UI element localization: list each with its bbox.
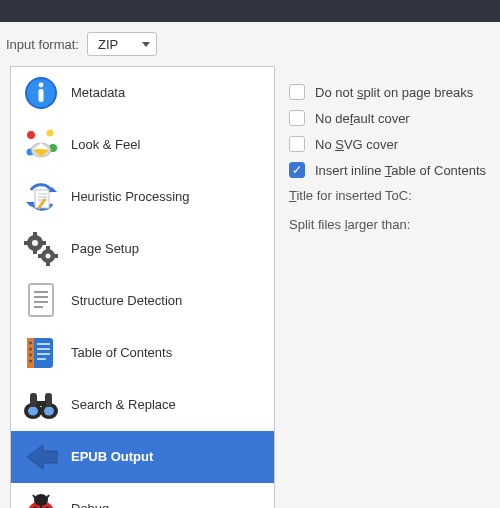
options-panel: Do not split on page breaks No default c… xyxy=(285,66,500,246)
ladybug-icon xyxy=(21,489,61,508)
document-lines-icon xyxy=(21,281,61,321)
svg-rect-18 xyxy=(33,232,37,236)
svg-point-37 xyxy=(29,354,32,357)
svg-line-57 xyxy=(46,495,49,499)
svg-rect-49 xyxy=(36,401,46,406)
svg-rect-48 xyxy=(45,393,52,407)
svg-rect-39 xyxy=(37,343,50,345)
sidebar-item-look-feel[interactable]: Look & Feel xyxy=(11,119,274,171)
svg-rect-40 xyxy=(37,348,50,350)
svg-rect-42 xyxy=(37,358,46,360)
svg-point-5 xyxy=(47,130,54,137)
sidebar-item-metadata[interactable]: Metadata xyxy=(11,67,274,119)
wand-refresh-icon xyxy=(21,177,61,217)
book-toc-icon xyxy=(21,333,61,373)
svg-point-46 xyxy=(44,407,54,416)
sidebar-item-label: Structure Detection xyxy=(71,293,182,309)
svg-point-36 xyxy=(29,348,32,351)
paint-bucket-icon xyxy=(21,125,61,165)
svg-point-4 xyxy=(27,131,35,139)
sidebar-item-search-replace[interactable]: Search & Replace xyxy=(11,379,274,431)
binoculars-icon xyxy=(21,385,61,425)
sidebar-item-label: Page Setup xyxy=(71,241,139,257)
checkbox-label: Do not split on page breaks xyxy=(315,85,473,100)
sidebar-item-debug[interactable]: Debug xyxy=(11,483,274,508)
sidebar-item-label: Search & Replace xyxy=(71,397,176,413)
svg-point-2 xyxy=(39,83,44,88)
checkbox-row-no-svg-cover[interactable]: No SVG cover xyxy=(289,136,494,152)
checkbox-no-default-cover[interactable] xyxy=(289,110,305,126)
checkbox-row-no-split[interactable]: Do not split on page breaks xyxy=(289,84,494,100)
gears-icon xyxy=(21,229,61,269)
checkbox-row-no-default-cover[interactable]: No default cover xyxy=(289,110,494,126)
title-for-toc-label: Title for inserted ToC: xyxy=(289,188,494,203)
sidebar-item-heuristic[interactable]: Heuristic Processing xyxy=(11,171,274,223)
checkbox-row-insert-toc[interactable]: Insert inline Table of Contents xyxy=(289,162,494,178)
checkbox-label: No SVG cover xyxy=(315,137,398,152)
svg-rect-21 xyxy=(42,241,46,245)
input-format-row: Input format: ZIP xyxy=(0,22,500,66)
split-files-label: Split files larger than: xyxy=(289,217,494,232)
svg-rect-3 xyxy=(39,89,44,102)
svg-line-56 xyxy=(33,495,36,499)
sidebar-item-label: Table of Contents xyxy=(71,345,172,361)
sidebar-item-label: Metadata xyxy=(71,85,125,101)
svg-rect-41 xyxy=(37,353,50,355)
sidebar-item-label: EPUB Output xyxy=(71,449,153,465)
checkbox-no-svg-cover[interactable] xyxy=(289,136,305,152)
svg-rect-25 xyxy=(46,262,50,266)
sidebar-item-structure-detection[interactable]: Structure Detection xyxy=(11,275,274,327)
svg-rect-20 xyxy=(24,241,28,245)
svg-point-17 xyxy=(32,240,38,246)
checkbox-label: No default cover xyxy=(315,111,410,126)
settings-sidebar: Metadata Look & Feel xyxy=(10,66,275,508)
svg-rect-24 xyxy=(46,246,50,250)
svg-point-45 xyxy=(28,407,38,416)
svg-rect-47 xyxy=(30,393,37,407)
sidebar-item-toc[interactable]: Table of Contents xyxy=(11,327,274,379)
svg-rect-19 xyxy=(33,250,37,254)
checkbox-no-split[interactable] xyxy=(289,84,305,100)
input-format-select[interactable]: ZIP xyxy=(87,32,157,56)
sidebar-item-page-setup[interactable]: Page Setup xyxy=(11,223,274,275)
checkbox-label: Insert inline Table of Contents xyxy=(315,163,486,178)
sidebar-item-label: Heuristic Processing xyxy=(71,189,190,205)
sidebar-item-label: Debug xyxy=(71,501,109,508)
window-titlebar xyxy=(0,0,500,22)
svg-rect-26 xyxy=(38,254,42,258)
svg-rect-27 xyxy=(54,254,58,258)
sidebar-item-epub-output[interactable]: EPUB Output xyxy=(11,431,274,483)
svg-point-38 xyxy=(29,360,32,363)
info-icon xyxy=(21,73,61,113)
arrow-left-icon xyxy=(21,437,61,477)
input-format-label: Input format: xyxy=(6,37,79,52)
checkbox-insert-toc[interactable] xyxy=(289,162,305,178)
chevron-down-icon xyxy=(142,42,150,47)
svg-point-55 xyxy=(34,494,48,506)
input-format-value: ZIP xyxy=(98,37,118,52)
sidebar-item-label: Look & Feel xyxy=(71,137,140,153)
svg-rect-28 xyxy=(29,284,53,316)
svg-point-35 xyxy=(29,342,32,345)
svg-point-23 xyxy=(46,254,51,259)
